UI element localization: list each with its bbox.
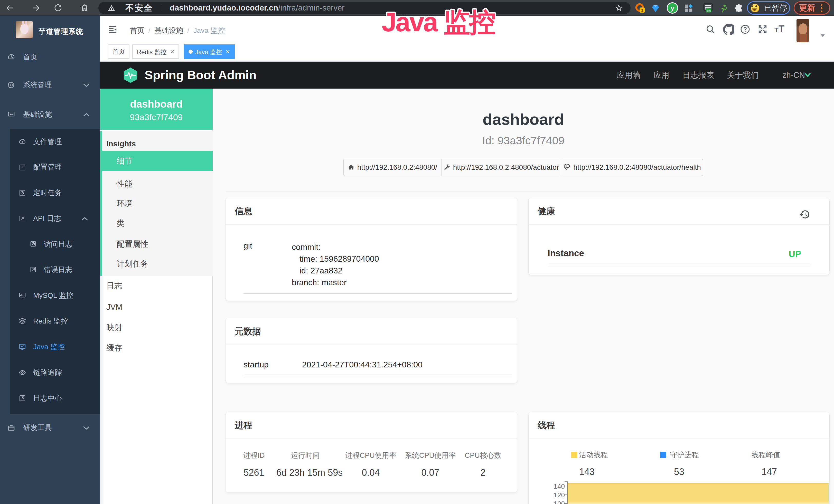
svg-text:on: on (707, 9, 711, 13)
svg-text:y: y (671, 4, 675, 12)
svg-text:1: 1 (641, 8, 643, 13)
